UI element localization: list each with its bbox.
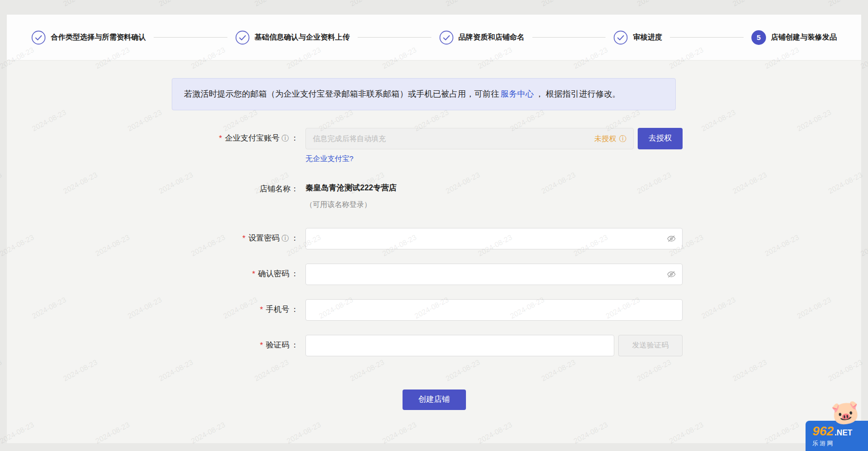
alipay-account-input[interactable]: [305, 128, 634, 149]
confirm-password-row: * 确认密码 ：: [172, 264, 861, 285]
check-icon: [439, 30, 454, 45]
date-watermark: 2024-08-23: [158, 0, 195, 8]
no-alipay-link[interactable]: 无企业支付宝?: [305, 154, 353, 163]
date-watermark: 2024-08-23: [540, 0, 577, 8]
phone-input[interactable]: [305, 299, 683, 321]
date-watermark: 2024-08-23: [349, 0, 386, 8]
site-number: 962: [812, 424, 833, 439]
required-asterisk: *: [242, 234, 245, 243]
confirm-password-input[interactable]: [305, 264, 683, 285]
shop-name-value: 秦皇岛青沧测试222专营店: [305, 183, 397, 193]
info-icon[interactable]: ⓘ: [282, 234, 289, 243]
shop-name-value-block: 秦皇岛青沧测试222专营店 （可用该名称登录）: [305, 183, 397, 209]
eye-off-icon[interactable]: [666, 233, 677, 244]
check-icon: [613, 30, 628, 45]
verify-code-row: * 验证码 ： 发送验证码: [172, 335, 861, 356]
verify-code-label: * 验证码 ：: [172, 340, 305, 350]
date-watermark: 2024-08-23: [444, 0, 482, 8]
step-1: 合作类型选择与所需资料确认: [31, 30, 146, 45]
service-center-link[interactable]: 服务中心: [501, 89, 534, 99]
step-5-active: 5 店铺创建与装修发品: [751, 30, 837, 45]
date-watermark: 2024-08-23: [0, 358, 3, 383]
step-label: 品牌资质和店铺命名: [459, 33, 525, 42]
warning-info-icon[interactable]: ⓘ: [619, 134, 626, 143]
eye-off-icon[interactable]: [666, 269, 677, 280]
alert-text: ， 根据指引进行修改。: [535, 89, 621, 99]
date-watermark: 2024-08-23: [636, 0, 673, 8]
date-watermark: 2024-08-23: [0, 170, 3, 195]
step-label: 合作类型选择与所需资料确认: [51, 33, 146, 42]
authorize-button[interactable]: 去授权: [638, 128, 683, 149]
shop-name-hint: （可用该名称登录）: [305, 200, 397, 209]
step-connector: [670, 37, 744, 38]
required-asterisk: *: [219, 134, 222, 143]
verify-code-input[interactable]: [305, 335, 614, 356]
step-label: 店铺创建与装修发品: [771, 33, 837, 42]
site-name: 乐游网: [812, 439, 862, 448]
password-input[interactable]: [305, 228, 683, 249]
step-2: 基础信息确认与企业资料上传: [235, 30, 350, 45]
required-asterisk: *: [260, 306, 263, 314]
password-row: * 设置密码 ⓘ ：: [172, 228, 861, 249]
alipay-account-label: * 企业支付宝账号 ⓘ ：: [172, 133, 305, 144]
confirm-password-input-wrap: [305, 264, 683, 285]
alipay-account-row: * 企业支付宝账号 ⓘ ： 未授权 ⓘ 去授权: [172, 128, 861, 149]
confirm-password-label: * 确认密码 ：: [172, 269, 305, 279]
step-connector: [532, 37, 606, 38]
submit-row: 创建店铺: [7, 390, 861, 410]
password-input-wrap: [305, 228, 683, 249]
date-watermark: 2024-08-23: [62, 0, 99, 8]
password-label: * 设置密码 ⓘ ：: [172, 233, 305, 244]
required-asterisk: *: [260, 341, 263, 350]
date-watermark: 2024-08-23: [253, 0, 290, 8]
step-4: 审核进度: [613, 30, 662, 45]
step-connector: [358, 37, 431, 38]
create-shop-button[interactable]: 创建店铺: [403, 390, 466, 410]
no-alipay-row: 无企业支付宝?: [305, 154, 861, 164]
shop-name-row: 店铺名称： 秦皇岛青沧测试222专营店 （可用该名称登录）: [172, 183, 861, 209]
date-watermark: 2024-08-23: [0, 0, 3, 8]
pig-mascot-icon: 🐷: [829, 397, 861, 427]
step-label: 审核进度: [633, 33, 662, 42]
required-asterisk: *: [252, 270, 255, 279]
step-number-badge: 5: [751, 30, 766, 45]
page-frame: 合作类型选择与所需资料确认 基础信息确认与企业资料上传 品牌资质和店铺命名 审核…: [7, 15, 861, 443]
shop-name-label: 店铺名称：: [172, 183, 305, 194]
phone-label: * 手机号 ：: [172, 305, 305, 315]
main-content: 若激活时提示您的邮箱（为企业支付宝登录邮箱非联系邮箱）或手机已被占用，可前往服务…: [7, 61, 861, 443]
step-3: 品牌资质和店铺命名: [439, 30, 525, 45]
site-suffix: .NET: [834, 429, 852, 437]
info-icon[interactable]: ⓘ: [282, 134, 289, 143]
check-icon: [235, 30, 250, 45]
phone-input-wrap: [305, 299, 683, 321]
alipay-input-wrap: 未授权 ⓘ: [305, 128, 634, 149]
phone-row: * 手机号 ：: [172, 299, 861, 321]
stepper: 合作类型选择与所需资料确认 基础信息确认与企业资料上传 品牌资质和店铺命名 审核…: [7, 15, 861, 61]
verify-code-input-wrap: [305, 335, 614, 356]
date-watermark: 2024-08-23: [731, 0, 768, 8]
notice-alert: 若激活时提示您的邮箱（为企业支付宝登录邮箱非联系邮箱）或手机已被占用，可前往服务…: [172, 78, 676, 110]
step-connector: [154, 37, 227, 38]
auth-status: 未授权 ⓘ: [594, 134, 627, 143]
site-watermark-badge: 🐷 962 .NET 乐游网: [806, 421, 868, 451]
send-code-button[interactable]: 发送验证码: [618, 335, 683, 356]
step-label: 基础信息确认与企业资料上传: [255, 33, 350, 42]
check-icon: [31, 30, 46, 45]
alert-text: 若激活时提示您的邮箱（为企业支付宝登录邮箱非联系邮箱）或手机已被占用，可前往: [184, 89, 499, 99]
date-watermark: 2024-08-23: [827, 0, 864, 8]
